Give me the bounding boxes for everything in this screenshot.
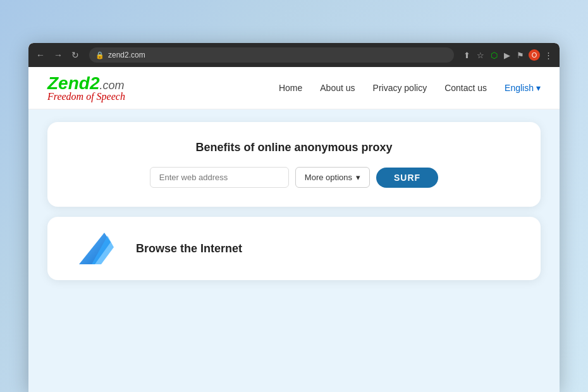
more-options-button[interactable]: More options ▾ <box>295 167 370 188</box>
proxy-card: Benefits of online anonymous proxy More … <box>47 122 541 207</box>
share-icon[interactable]: ⬆ <box>462 49 472 61</box>
browse-card: Browse the Internet <box>47 217 541 280</box>
logo-dotcom-text: .com <box>99 79 124 92</box>
address-text: zend2.com <box>108 51 145 59</box>
refresh-button[interactable]: ↻ <box>69 49 82 61</box>
more-options-label: More options <box>305 173 352 182</box>
nav-about[interactable]: About us <box>320 83 355 93</box>
browse-title: Browse the Internet <box>136 242 242 255</box>
address-bar[interactable]: 🔒 zend2.com <box>89 47 454 63</box>
extension-icon[interactable]: ⬡ <box>489 49 499 61</box>
logo: Zend2.com Freedom of Speech <box>47 73 125 102</box>
website-content: Zend2.com Freedom of Speech Home About u… <box>28 67 560 392</box>
language-text: English <box>505 83 534 93</box>
url-input[interactable] <box>150 167 289 188</box>
profile-icon[interactable]: O <box>529 49 540 61</box>
proxy-form: More options ▾ SURF <box>73 167 515 188</box>
nav-language[interactable]: English ▾ <box>505 83 541 93</box>
browser-actions: ⬆ ☆ ⬡ ▶ ⚑ O ⋮ <box>462 49 554 61</box>
media-icon[interactable]: ▶ <box>502 49 512 61</box>
proxy-title: Benefits of online anonymous proxy <box>73 141 515 154</box>
nav-privacy[interactable]: Privacy policy <box>373 83 427 93</box>
more-options-arrow: ▾ <box>356 173 360 182</box>
nav-home[interactable]: Home <box>279 83 302 93</box>
browser-window: ← → ↻ 🔒 zend2.com ⬆ ☆ ⬡ ▶ ⚑ O ⋮ Zend2.co… <box>28 43 560 392</box>
browse-icon <box>73 230 123 267</box>
forward-button[interactable]: → <box>51 49 65 61</box>
language-arrow: ▾ <box>536 83 541 93</box>
nav-links: Home About us Privacy policy Contact us … <box>279 83 541 93</box>
star-icon[interactable]: ☆ <box>475 49 486 61</box>
nav-contact[interactable]: Contact us <box>444 83 487 93</box>
browse-svg-icon <box>73 230 117 264</box>
back-button[interactable]: ← <box>34 49 47 61</box>
logo-tagline: Freedom of Speech <box>47 91 125 102</box>
browser-chrome: ← → ↻ 🔒 zend2.com ⬆ ☆ ⬡ ▶ ⚑ O ⋮ <box>28 43 560 67</box>
menu-icon[interactable]: ⋮ <box>542 49 554 61</box>
surf-button[interactable]: SURF <box>376 168 438 188</box>
bookmark-icon[interactable]: ⚑ <box>515 49 526 61</box>
lock-icon: 🔒 <box>95 51 104 59</box>
main-section: Benefits of online anonymous proxy More … <box>28 109 560 293</box>
navigation-bar: Zend2.com Freedom of Speech Home About u… <box>28 67 560 109</box>
logo-zend-text: Zend2 <box>47 73 99 93</box>
